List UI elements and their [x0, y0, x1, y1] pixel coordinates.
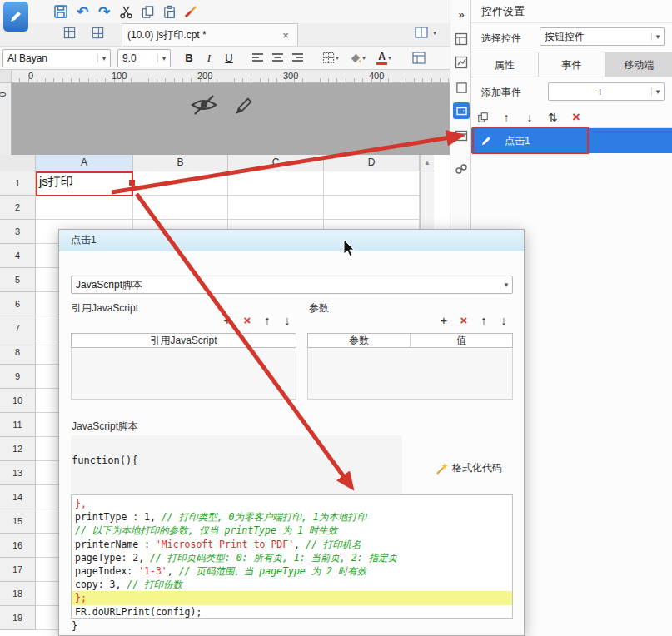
move-down-icon[interactable]: ↓ — [518, 108, 541, 127]
row-header-7[interactable]: 7 — [0, 316, 36, 340]
row-header-12[interactable]: 12 — [0, 437, 36, 461]
row-header-4[interactable]: 4 — [0, 244, 36, 268]
collapse-panel-icon[interactable]: » — [450, 3, 472, 25]
font-size-caret-icon[interactable]: ▾ — [157, 54, 170, 62]
delete-event-icon[interactable]: × — [565, 108, 588, 127]
bold-button[interactable]: B — [179, 49, 199, 67]
ref-js-add-icon[interactable]: + — [217, 311, 237, 329]
add-event-button[interactable]: + ▾ — [548, 82, 665, 101]
cell-element-icon[interactable] — [450, 52, 472, 73]
cell[interactable] — [133, 171, 228, 196]
param-add-icon[interactable]: + — [434, 311, 454, 329]
form-grid-icon[interactable] — [87, 22, 108, 42]
row-header-5[interactable]: 5 — [0, 268, 36, 292]
row-header-14[interactable]: 14 — [0, 485, 36, 509]
copy-icon[interactable] — [137, 2, 158, 22]
script-code-editor[interactable]: },printType : 1, // 打印类型, 0为零客户端打印, 1为本地… — [71, 494, 513, 619]
ref-js-table-body[interactable] — [71, 348, 296, 400]
row-header-9[interactable]: 9 — [0, 365, 36, 389]
save-icon[interactable] — [50, 2, 72, 22]
cell[interactable] — [133, 196, 228, 220]
format-painter-icon[interactable] — [180, 2, 202, 22]
param-delete-icon[interactable]: × — [454, 311, 474, 329]
hide-eye-icon[interactable] — [190, 93, 218, 120]
page-setup-icon[interactable] — [409, 49, 429, 67]
row-header-11[interactable]: 11 — [0, 413, 36, 437]
hyperlink-icon[interactable] — [450, 158, 472, 180]
italic-button[interactable]: I — [199, 49, 219, 67]
fill-caret-icon[interactable]: ▾ — [362, 54, 366, 62]
tab-mobile[interactable]: 移动端 — [605, 52, 672, 77]
dialog-titlebar[interactable]: 点击1 — [59, 230, 524, 251]
row-header-13[interactable]: 13 — [0, 461, 36, 485]
ref-js-delete-icon[interactable]: × — [237, 311, 257, 329]
cell-attributes-icon[interactable] — [450, 28, 472, 50]
row-header-8[interactable]: 8 — [0, 340, 36, 365]
font-color-icon[interactable]: A ▾ — [371, 49, 397, 67]
tab-properties[interactable]: 属性 — [471, 52, 539, 77]
select-all-corner[interactable] — [0, 155, 36, 171]
row-header-15[interactable]: 15 — [0, 509, 36, 534]
move-up-icon[interactable]: ↑ — [495, 108, 518, 127]
row-header-18[interactable]: 18 — [0, 582, 36, 606]
params-table-body[interactable] — [307, 348, 513, 400]
column-header-C[interactable]: C — [228, 155, 324, 171]
app-logo-icon[interactable] — [3, 2, 28, 32]
floating-element-icon[interactable] — [450, 77, 472, 98]
align-center-icon[interactable] — [267, 49, 287, 67]
cut-icon[interactable] — [115, 2, 137, 22]
cell[interactable] — [228, 196, 324, 220]
ref-js-down-icon[interactable]: ↓ — [277, 311, 297, 329]
row-header-3[interactable]: 3 — [0, 220, 36, 244]
font-size-select[interactable]: 9.0 ▾ — [117, 49, 171, 67]
sort-events-icon[interactable]: ⇅ — [541, 108, 565, 127]
row-header-16[interactable]: 16 — [0, 534, 36, 558]
cell[interactable] — [324, 171, 420, 196]
param-down-icon[interactable]: ↓ — [494, 311, 514, 329]
event-type-caret-icon[interactable]: ▾ — [500, 281, 512, 289]
font-color-caret-icon[interactable]: ▾ — [388, 54, 391, 62]
row-header-2[interactable]: 2 — [0, 196, 36, 220]
copy-event-icon[interactable] — [471, 108, 495, 127]
format-code-button[interactable]: 格式化代码 — [436, 461, 502, 475]
underline-button[interactable]: U — [219, 49, 239, 67]
scroll-up-icon[interactable]: ▲ — [421, 155, 434, 171]
cell[interactable] — [228, 171, 324, 196]
select-widget-caret-icon[interactable]: ▾ — [651, 32, 664, 41]
tab-title[interactable]: (10.0) js打印.cpt * — [127, 28, 279, 42]
tab-events[interactable]: 事件 — [539, 52, 606, 77]
fill-color-icon[interactable]: ▾ — [344, 49, 371, 67]
column-header-A[interactable]: A — [36, 155, 133, 171]
widget-settings-icon-selected[interactable] — [450, 100, 472, 122]
report-grid-icon[interactable] — [58, 22, 80, 42]
row-header-17[interactable]: 17 — [0, 558, 36, 582]
row-header-6[interactable]: 6 — [0, 292, 36, 316]
redo-icon[interactable]: ↷ — [93, 2, 115, 22]
param-up-icon[interactable]: ↑ — [474, 311, 494, 329]
column-header-D[interactable]: D — [324, 155, 420, 171]
font-family-select[interactable]: Al Bayan ▾ — [2, 49, 111, 67]
align-right-icon[interactable] — [287, 49, 307, 67]
border-settings-icon[interactable]: ▾ — [317, 49, 344, 67]
cell[interactable] — [36, 196, 133, 220]
add-event-plus-icon[interactable]: + — [549, 85, 651, 98]
cell[interactable] — [324, 196, 420, 220]
edit-pencil-icon[interactable] — [235, 95, 255, 118]
condition-attributes-icon[interactable] — [450, 125, 472, 147]
row-header-1[interactable]: 1 — [0, 171, 36, 196]
row-header-10[interactable]: 10 — [0, 389, 36, 413]
paste-icon[interactable] — [158, 2, 180, 22]
event-type-dropdown[interactable]: JavaScript脚本 ▾ — [71, 276, 513, 294]
select-widget-dropdown[interactable]: 按钮控件 ▾ — [540, 27, 665, 46]
document-tab[interactable]: (10.0) js打印.cpt * × — [122, 23, 298, 46]
add-event-caret-icon[interactable]: ▾ — [651, 87, 664, 96]
layout-switch-icon[interactable] — [411, 22, 432, 42]
layout-caret-icon[interactable]: ▾ — [433, 29, 436, 37]
ref-js-up-icon[interactable]: ↑ — [257, 311, 277, 329]
border-caret-icon[interactable]: ▾ — [336, 54, 339, 62]
font-family-caret-icon[interactable]: ▾ — [97, 54, 110, 62]
column-header-B[interactable]: B — [133, 155, 228, 171]
undo-icon[interactable]: ↶ — [72, 2, 93, 22]
row-header-19[interactable]: 19 — [0, 606, 36, 630]
align-left-icon[interactable] — [247, 49, 267, 67]
